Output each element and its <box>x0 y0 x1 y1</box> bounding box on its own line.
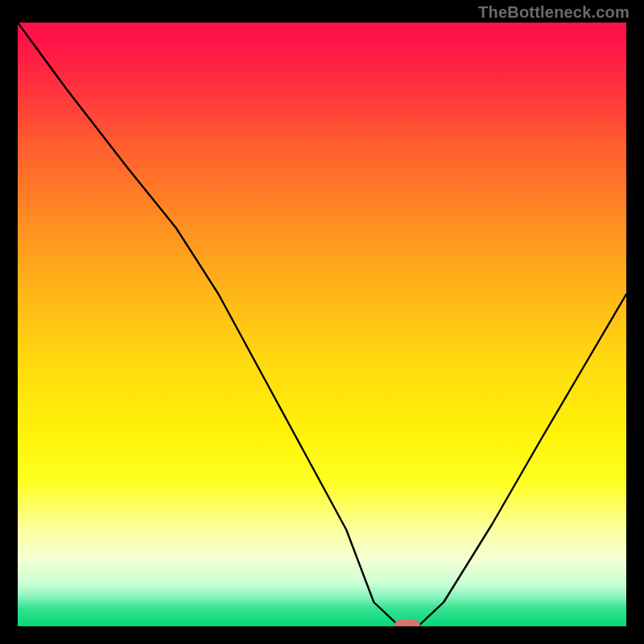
plot-area <box>18 23 626 626</box>
optimal-point-marker <box>394 620 420 627</box>
attribution-label: TheBottleneck.com <box>478 3 630 22</box>
chart-frame <box>12 23 632 632</box>
bottleneck-curve <box>18 23 626 626</box>
